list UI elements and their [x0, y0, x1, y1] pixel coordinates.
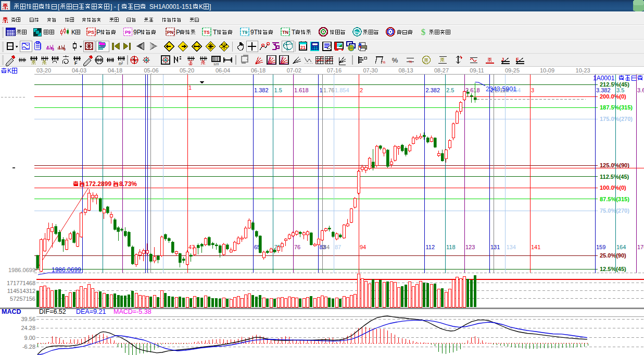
- svg-text:24.28: 24.28: [21, 325, 35, 331]
- svg-text:n²: n²: [119, 61, 123, 66]
- svg-text:05-20: 05-20: [180, 67, 194, 74]
- svg-text:112: 112: [426, 244, 435, 250]
- svg-text:187.5%(315): 187.5%(315): [600, 104, 633, 111]
- svg-text:03-20: 03-20: [36, 67, 51, 74]
- svg-text:P: P: [176, 29, 180, 36]
- svg-text:J: J: [501, 57, 504, 62]
- svg-text:MACD: MACD: [2, 308, 21, 315]
- svg-text:08-13: 08-13: [398, 67, 413, 74]
- svg-text:MACD=-5.38: MACD=-5.38: [113, 308, 151, 315]
- svg-text:F: F: [516, 57, 519, 62]
- svg-text:21: 21: [300, 45, 306, 50]
- svg-text:9T: 9T: [250, 29, 258, 36]
- svg-text:84: 84: [323, 244, 330, 250]
- svg-text:04-03: 04-03: [72, 67, 86, 74]
- svg-text:T9: T9: [242, 30, 248, 35]
- svg-text:171771468: 171771468: [7, 280, 35, 286]
- svg-text:2.5: 2.5: [446, 87, 454, 93]
- svg-text:1.618: 1.618: [294, 87, 309, 93]
- svg-text:10-23: 10-23: [576, 67, 590, 74]
- svg-text:T: T: [213, 29, 217, 36]
- svg-text:SH1A0001-151: SH1A0001-151: [149, 3, 192, 10]
- svg-text:]: ]: [209, 3, 211, 10]
- svg-text:3.382: 3.382: [596, 87, 611, 93]
- svg-text:1986.0699: 1986.0699: [8, 267, 35, 273]
- svg-text:134: 134: [507, 244, 516, 250]
- svg-text:8.73%: 8.73%: [119, 180, 137, 188]
- svg-text:87: 87: [335, 244, 341, 250]
- svg-text:1: 1: [320, 87, 323, 93]
- svg-text:1.76: 1.76: [323, 87, 334, 93]
- svg-text:200.0%(0): 200.0%(0): [600, 93, 626, 100]
- svg-text:%: %: [409, 60, 412, 64]
- svg-text:04-18: 04-18: [108, 67, 122, 74]
- svg-text:%: %: [382, 60, 385, 64]
- svg-text:06-04: 06-04: [216, 67, 230, 74]
- svg-text:12.5%(45): 12.5%(45): [600, 266, 626, 272]
- svg-text:08-27: 08-27: [434, 67, 449, 74]
- svg-text:125.0%(90): 125.0%(90): [600, 162, 629, 168]
- svg-text:172.2899: 172.2899: [85, 180, 111, 188]
- svg-text:25.0%(90): 25.0%(90): [600, 252, 626, 259]
- svg-text:3: 3: [52, 47, 54, 51]
- svg-text:39.56: 39.56: [21, 316, 35, 322]
- svg-text:P9: P9: [125, 30, 131, 35]
- svg-text:DIF=6.52: DIF=6.52: [39, 308, 66, 315]
- svg-text:1.382: 1.382: [254, 87, 269, 93]
- svg-text:1A0001: 1A0001: [593, 75, 615, 82]
- svg-text:$: $: [421, 27, 426, 37]
- svg-text:09-25: 09-25: [505, 67, 520, 74]
- svg-text:123: 123: [465, 244, 475, 250]
- svg-text:] - [: ] - [: [110, 3, 120, 10]
- svg-text:T: T: [292, 29, 296, 36]
- svg-text:9: 9: [64, 47, 66, 51]
- svg-text:09-11: 09-11: [470, 67, 484, 74]
- svg-text:-6.28: -6.28: [22, 344, 35, 350]
- svg-text:131: 131: [490, 244, 500, 250]
- svg-text:76: 76: [294, 244, 300, 250]
- svg-text:112.5%(45): 112.5%(45): [600, 174, 629, 180]
- svg-text:94: 94: [360, 244, 366, 250]
- svg-text:F: F: [74, 60, 78, 66]
- svg-text:10-09: 10-09: [540, 67, 554, 74]
- svg-text:164: 164: [616, 244, 626, 250]
- svg-text:100.0%(0): 100.0%(0): [600, 185, 626, 191]
- svg-text:123: 123: [213, 63, 219, 66]
- svg-text:06-18: 06-18: [251, 67, 266, 74]
- svg-text:75.0%(270): 75.0%(270): [600, 207, 629, 214]
- svg-text:2: 2: [360, 87, 363, 93]
- svg-text:PN: PN: [167, 30, 174, 35]
- svg-text:K: K: [199, 3, 203, 10]
- svg-text:K: K: [7, 67, 11, 75]
- svg-text:9.00: 9.00: [24, 335, 35, 341]
- svg-text:TS: TS: [204, 30, 210, 35]
- svg-text:05-06: 05-06: [144, 67, 158, 74]
- svg-text:9P: 9P: [133, 29, 141, 36]
- svg-text:07-16: 07-16: [327, 67, 342, 74]
- svg-text:%: %: [392, 56, 398, 64]
- svg-text:87.5%(315): 87.5%(315): [600, 196, 629, 202]
- svg-text:3.618: 3.618: [637, 87, 644, 93]
- svg-text:2.382: 2.382: [426, 87, 440, 93]
- svg-text:141: 141: [531, 244, 540, 250]
- svg-text:DEA=9.21: DEA=9.21: [76, 308, 106, 315]
- svg-text:07-02: 07-02: [287, 67, 301, 74]
- svg-text:1986.0699: 1986.0699: [52, 266, 81, 274]
- svg-text:159: 159: [596, 244, 605, 250]
- svg-text:Big: Big: [355, 31, 360, 34]
- svg-text:57257156: 57257156: [10, 296, 35, 302]
- svg-text:118: 118: [446, 244, 456, 250]
- svg-text:3: 3: [531, 87, 534, 93]
- svg-text:PS: PS: [88, 30, 94, 35]
- svg-text:170: 170: [637, 244, 644, 250]
- svg-text:175.0%(270): 175.0%(270): [600, 116, 633, 122]
- svg-text:2343.5901: 2343.5901: [486, 85, 516, 93]
- svg-text:3.5: 3.5: [616, 87, 624, 93]
- svg-text:07-30: 07-30: [363, 67, 377, 74]
- svg-text:114514312: 114514312: [7, 288, 35, 294]
- svg-text:K: K: [71, 29, 75, 36]
- svg-text:1: 1: [188, 84, 192, 91]
- svg-text:1.5: 1.5: [274, 87, 282, 93]
- svg-text:P: P: [96, 29, 100, 36]
- svg-text:TN: TN: [282, 30, 288, 35]
